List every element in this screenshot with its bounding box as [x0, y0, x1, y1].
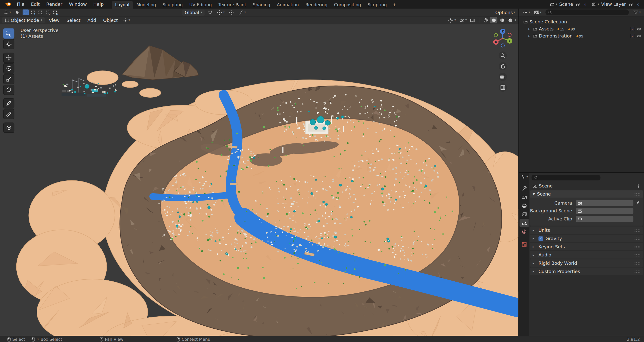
- menu-render[interactable]: Render: [43, 0, 66, 9]
- collection-checkbox[interactable]: ✓: [630, 27, 635, 31]
- shading-solid-button[interactable]: [490, 17, 498, 23]
- camera-view-button[interactable]: [499, 73, 507, 81]
- tab-shading[interactable]: Shading: [250, 1, 274, 9]
- delete-scene-button[interactable]: ×: [582, 2, 588, 7]
- tab-uv-editing[interactable]: UV Editing: [186, 1, 215, 9]
- select-mode-new-button[interactable]: [22, 10, 28, 15]
- remove-view-layer-button[interactable]: ×: [635, 2, 641, 7]
- editor-type-button[interactable]: ▾: [2, 9, 12, 16]
- show-overlays-dropdown[interactable]: ▾: [458, 17, 468, 23]
- blender-logo[interactable]: [2, 0, 14, 9]
- navigation-gizmo[interactable]: Z X Y: [492, 27, 513, 49]
- viewport-3d[interactable]: User Perspective (1) Assets: [0, 24, 518, 336]
- tool-rotate[interactable]: [3, 63, 14, 74]
- pin-icon[interactable]: [636, 183, 641, 188]
- tab-rendering[interactable]: Rendering: [302, 1, 331, 9]
- panel-keying-sets[interactable]: ▸ Keying Sets: [530, 243, 643, 250]
- tool-transform[interactable]: [3, 85, 14, 95]
- expand-icon[interactable]: ▸: [527, 27, 531, 31]
- properties-tab-output[interactable]: [519, 201, 529, 210]
- tool-add-cube[interactable]: [3, 123, 14, 133]
- tool-select-box[interactable]: [3, 28, 14, 39]
- add-workspace-button[interactable]: +: [390, 1, 399, 9]
- viewport-canvas[interactable]: [0, 24, 518, 336]
- options-dropdown[interactable]: Options ▾: [494, 9, 516, 16]
- outliner-editor-type-button[interactable]: ▾: [521, 9, 531, 16]
- shading-wireframe-button[interactable]: [482, 17, 489, 23]
- panel-grip[interactable]: [634, 193, 640, 195]
- scene-selector[interactable]: ▾ Scene ×: [550, 2, 588, 7]
- panel-grip[interactable]: [634, 237, 640, 240]
- menu-add[interactable]: Add: [85, 17, 99, 23]
- tab-sculpting[interactable]: Sculpting: [159, 1, 186, 9]
- tool-move[interactable]: [3, 53, 14, 63]
- panel-units[interactable]: ▸ Units: [530, 226, 643, 234]
- outliner-filter-button[interactable]: ▾: [632, 9, 642, 16]
- tab-layout[interactable]: Layout: [112, 1, 133, 9]
- active-tool-icon-button[interactable]: [13, 9, 21, 16]
- tab-modeling[interactable]: Modeling: [133, 1, 159, 9]
- shading-material-button[interactable]: [498, 17, 506, 23]
- menu-select[interactable]: Select: [64, 17, 83, 23]
- proportional-editing-button[interactable]: [227, 9, 235, 16]
- visibility-toggle[interactable]: [637, 33, 642, 39]
- tab-compositing[interactable]: Compositing: [331, 1, 365, 9]
- panel-rigid-body-world[interactable]: ▸ Rigid Body World: [530, 259, 643, 267]
- shading-rendered-button[interactable]: [507, 17, 514, 23]
- menu-edit[interactable]: Edit: [28, 0, 43, 9]
- outliner-row-demonstration[interactable]: ▸ Demonstration ▲99 ✓: [519, 32, 644, 40]
- properties-tab-texture[interactable]: [519, 240, 529, 249]
- panel-custom-properties[interactable]: ▸ Custom Properties: [530, 268, 643, 275]
- menu-file[interactable]: File: [14, 0, 28, 9]
- tab-scripting[interactable]: Scripting: [364, 1, 390, 9]
- tool-annotate[interactable]: [3, 98, 14, 108]
- tool-scale[interactable]: [3, 74, 14, 84]
- properties-tab-tool[interactable]: [519, 184, 529, 193]
- outliner-search-input[interactable]: [545, 10, 629, 15]
- tab-animation[interactable]: Animation: [273, 1, 302, 9]
- select-mode-intersect-button[interactable]: ∩: [52, 10, 58, 15]
- new-view-layer-button[interactable]: [628, 2, 634, 7]
- view-layer-selector[interactable]: ▾ View Layer ×: [592, 2, 641, 7]
- proportional-falloff-dropdown[interactable]: ▾: [237, 9, 247, 16]
- gravity-checkbox[interactable]: ✓: [538, 236, 543, 241]
- toggle-ortho-button[interactable]: [499, 84, 507, 92]
- menu-window[interactable]: Window: [66, 0, 90, 9]
- tab-texture-paint[interactable]: Texture Paint: [215, 1, 250, 9]
- zoom-view-button[interactable]: [499, 51, 507, 60]
- menu-object[interactable]: Object: [100, 17, 121, 23]
- tool-cursor[interactable]: [3, 39, 14, 49]
- collection-checkbox[interactable]: ✓: [630, 34, 635, 38]
- panel-grip[interactable]: [634, 253, 640, 256]
- eyedropper-button[interactable]: [633, 201, 641, 206]
- panel-grip[interactable]: [634, 270, 640, 273]
- viewport-header-extra-dropdown[interactable]: ▾: [122, 17, 131, 23]
- outliner-display-mode-button[interactable]: ▾: [533, 9, 543, 16]
- properties-tab-scene[interactable]: [519, 219, 529, 227]
- expand-icon[interactable]: ▸: [527, 34, 531, 38]
- properties-tab-view-layer[interactable]: [519, 210, 529, 219]
- menu-help[interactable]: Help: [90, 0, 107, 9]
- new-scene-button[interactable]: [575, 2, 581, 7]
- properties-search-input[interactable]: [532, 174, 600, 180]
- tool-measure[interactable]: [3, 109, 14, 119]
- toggle-xray-button[interactable]: [469, 17, 477, 23]
- snap-settings-dropdown[interactable]: ▾: [216, 9, 226, 16]
- mode-dropdown[interactable]: Object Mode ▾: [2, 17, 45, 23]
- active-clip-field[interactable]: [576, 216, 633, 222]
- panel-scene-header[interactable]: ▾ Scene: [530, 190, 643, 198]
- select-mode-extend-button[interactable]: +: [30, 10, 36, 15]
- panel-grip[interactable]: [634, 262, 640, 264]
- background-scene-field[interactable]: [576, 208, 633, 214]
- panel-gravity[interactable]: ▸ ✓ Gravity: [530, 235, 643, 242]
- camera-field[interactable]: [576, 200, 633, 206]
- select-mode-subtract-button[interactable]: −: [37, 10, 43, 15]
- menu-view[interactable]: View: [46, 17, 62, 23]
- transform-orientation-dropdown[interactable]: Global ▾: [182, 9, 205, 16]
- snap-toggle-button[interactable]: [206, 9, 214, 16]
- properties-tab-world[interactable]: [519, 227, 529, 236]
- pan-view-button[interactable]: [499, 62, 507, 70]
- outliner-row-assets[interactable]: ▸ Assets ▲15 ▲99 ✓: [519, 25, 644, 32]
- panel-grip[interactable]: [634, 229, 640, 232]
- properties-editor-type-button[interactable]: ▾: [519, 174, 529, 180]
